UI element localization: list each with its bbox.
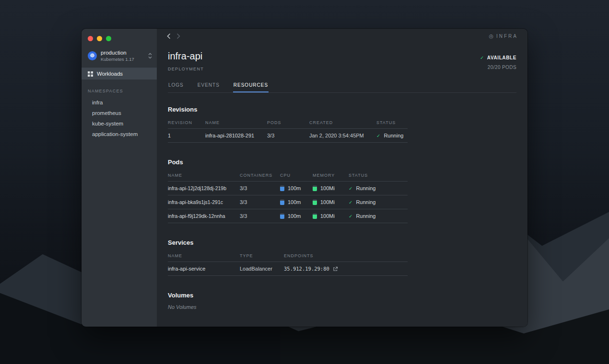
status-cell: ✓ Running xyxy=(376,133,408,138)
pods-section: Pods NAME CONTAINERS CPU MEMORY STATUS i… xyxy=(168,159,516,223)
containers-cell: 3/3 xyxy=(240,185,280,191)
cluster-selector[interactable]: ☸ production Kubernetes 1.17 xyxy=(82,46,157,68)
sidebar-item-namespace-prometheus[interactable]: prometheus xyxy=(82,108,157,118)
cpu-gauge-icon xyxy=(280,213,284,219)
memory-cell: 100Mi xyxy=(313,199,349,205)
main-panel: ◎ INFRA infra-api DEPLOYMENT ✓ AVAILABLE… xyxy=(157,29,527,327)
close-button[interactable] xyxy=(88,36,93,41)
volumes-section: Volumes No Volumes xyxy=(168,292,516,310)
name-cell: infra-api-281028-291 xyxy=(205,133,267,138)
page-subtitle: DEPLOYMENT xyxy=(168,67,204,71)
status-label: Running xyxy=(356,213,375,219)
endpoint-cell: 35.912.19.29:80 xyxy=(284,266,408,272)
cpu-cell: 100m xyxy=(280,199,313,205)
memory-value: 100Mi xyxy=(320,185,335,191)
revisions-table: REVISION NAME PODS CREATED STATUS 1 infr… xyxy=(168,118,516,143)
service-type-cell: LoadBalancer xyxy=(240,266,284,272)
services-table: NAME TYPE ENDPOINTS infra-api-service Lo… xyxy=(168,251,516,276)
status-cell: ✓ Running xyxy=(349,199,408,205)
external-link-icon[interactable] xyxy=(333,266,338,272)
sidebar-item-namespace-kube-system[interactable]: kube-system xyxy=(82,118,157,129)
status-cell: ✓ Running xyxy=(349,185,408,191)
zoom-button[interactable] xyxy=(106,36,111,41)
service-name-cell: infra-api-service xyxy=(168,266,240,272)
tab-resources[interactable]: RESOURCES xyxy=(233,80,269,92)
tab-events[interactable]: EVENTS xyxy=(197,80,220,92)
created-cell: Jan 2, 2020 3:54:45PM xyxy=(309,133,376,138)
cluster-version: Kubernetes 1.17 xyxy=(101,57,144,62)
sidebar-item-namespace-infra[interactable]: infra xyxy=(82,97,157,108)
column-header: STATUS xyxy=(376,120,408,125)
check-icon: ✓ xyxy=(349,200,352,205)
pods-count: 20/20 PODS xyxy=(480,65,516,70)
sidebar-item-workloads[interactable]: Workloads xyxy=(82,68,157,80)
status-label: Running xyxy=(356,185,375,191)
memory-gauge-icon xyxy=(313,213,317,219)
check-icon: ✓ xyxy=(480,55,484,60)
services-section: Services NAME TYPE ENDPOINTS infra-api-s… xyxy=(168,239,516,276)
table-row[interactable]: infra-api-12j2dj128dj-219b 3/3 100m 100M… xyxy=(168,182,408,195)
status-label: Running xyxy=(356,199,375,205)
column-header: NAME xyxy=(168,173,240,178)
containers-cell: 3/3 xyxy=(240,213,280,219)
memory-value: 100Mi xyxy=(320,199,335,205)
status-cell: ✓ Running xyxy=(349,213,408,219)
section-title: Secrets xyxy=(168,326,516,327)
column-header: CONTAINERS xyxy=(240,173,280,178)
forward-button[interactable] xyxy=(176,33,180,39)
column-header: NAME xyxy=(168,253,240,258)
section-title: Volumes xyxy=(168,292,516,299)
column-header: MEMORY xyxy=(313,173,349,178)
memory-gauge-icon xyxy=(313,199,317,205)
status-label: AVAILABLE xyxy=(487,55,516,60)
window-controls xyxy=(82,29,157,46)
column-header: CPU xyxy=(280,173,313,178)
pods-table: NAME CONTAINERS CPU MEMORY STATUS infra-… xyxy=(168,171,516,223)
status-label: Running xyxy=(384,133,403,138)
pod-name-cell: infra-api-bka9s1js1-291c xyxy=(168,199,240,205)
minimize-button[interactable] xyxy=(97,36,102,41)
pod-name-cell: infra-api-12j2dj128dj-219b xyxy=(168,185,240,191)
cpu-value: 100m xyxy=(288,199,301,205)
table-row[interactable]: infra-api-bka9s1js1-291c 3/3 100m 100Mi … xyxy=(168,195,408,209)
secrets-section: Secrets NAME TYPE VALUE infra-api-key Se… xyxy=(168,326,516,327)
cpu-gauge-icon xyxy=(280,199,284,205)
table-row[interactable]: infra-api-service LoadBalancer 35.912.19… xyxy=(168,262,408,276)
cpu-gauge-icon xyxy=(280,185,284,191)
column-header: PODS xyxy=(267,120,309,125)
namespaces-heading: NAMESPACES xyxy=(82,80,157,97)
section-title: Services xyxy=(168,239,516,246)
table-row[interactable]: 1 infra-api-281028-291 3/3 Jan 2, 2020 3… xyxy=(168,129,408,143)
endpoint-address: 35.912.19.29:80 xyxy=(284,266,329,272)
section-title: Pods xyxy=(168,159,516,166)
status-badge: ✓ AVAILABLE xyxy=(480,55,516,60)
app-logo: ◎ INFRA xyxy=(489,34,518,39)
sidebar-item-namespace-application-system[interactable]: application-system xyxy=(82,129,157,139)
table-header-row: NAME CONTAINERS CPU MEMORY STATUS xyxy=(168,171,408,182)
column-header: NAME xyxy=(205,120,267,125)
column-header: CREATED xyxy=(309,120,376,125)
check-icon: ✓ xyxy=(349,186,352,191)
cpu-cell: 100m xyxy=(280,213,313,219)
topbar: ◎ INFRA xyxy=(157,29,527,43)
kubernetes-icon: ☸ xyxy=(88,51,97,60)
tab-logs[interactable]: LOGS xyxy=(168,80,184,92)
app-window: ☸ production Kubernetes 1.17 Workloads N… xyxy=(82,29,527,327)
pods-cell: 3/3 xyxy=(267,133,309,138)
infra-logo-text: INFRA xyxy=(496,34,518,39)
infra-logo-icon: ◎ xyxy=(489,34,493,39)
column-header: STATUS xyxy=(349,173,408,178)
revision-cell: 1 xyxy=(168,133,205,138)
check-icon: ✓ xyxy=(349,214,352,219)
column-header: ENDPOINTS xyxy=(284,253,408,258)
table-row[interactable]: infra-api-f9j129dk-12nnha 3/3 100m 100Mi… xyxy=(168,209,408,223)
pod-name-cell: infra-api-f9j129dk-12nnha xyxy=(168,213,240,219)
section-title: Revisions xyxy=(168,106,516,113)
workloads-grid-icon xyxy=(88,71,93,77)
revisions-section: Revisions REVISION NAME PODS CREATED STA… xyxy=(168,106,516,143)
memory-gauge-icon xyxy=(313,185,317,191)
sidebar: ☸ production Kubernetes 1.17 Workloads N… xyxy=(82,29,157,327)
memory-value: 100Mi xyxy=(320,213,335,219)
memory-cell: 100Mi xyxy=(313,213,349,219)
back-button[interactable] xyxy=(167,33,171,39)
